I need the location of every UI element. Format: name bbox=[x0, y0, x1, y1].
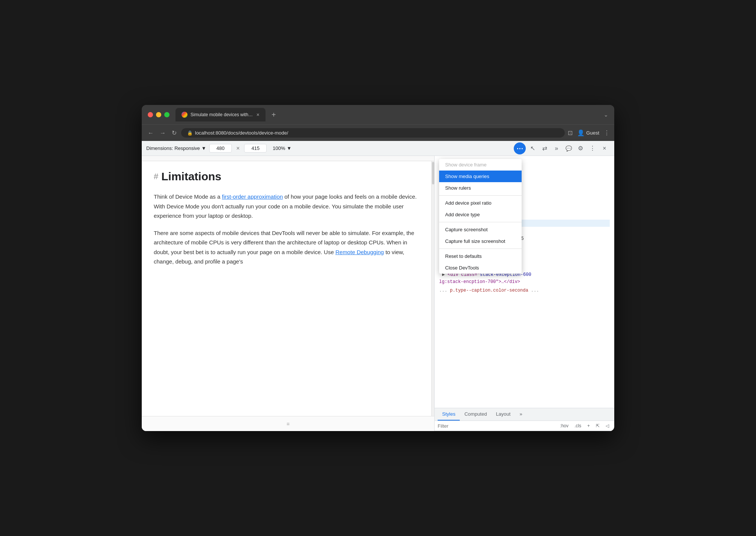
dimensions-arrow: ▼ bbox=[201, 145, 206, 151]
close-window-button[interactable] bbox=[148, 112, 153, 117]
page-title: Limitations bbox=[161, 170, 221, 183]
html-line: lg:stack-encption-700">…</div> bbox=[439, 278, 610, 286]
html-line: ... p.type--caption.color-seconda ... bbox=[439, 287, 610, 294]
zoom-label: 100% bbox=[273, 145, 285, 151]
url-text: localhost:8080/docs/devtools/device-mode… bbox=[195, 130, 288, 136]
menu-item-add-device-type[interactable]: Add device type bbox=[439, 209, 522, 220]
first-order-approximation-link[interactable]: first-order approximation bbox=[222, 193, 283, 200]
menu-item-show-rulers[interactable]: Show rulers bbox=[439, 182, 522, 194]
class-filter-button[interactable]: .cls bbox=[572, 422, 584, 429]
active-tab[interactable]: Simulate mobile devices with D… × bbox=[176, 108, 266, 121]
menu-item-reset-to-defaults[interactable]: Reset to defaults bbox=[439, 250, 522, 262]
menu-item-show-device-frame: Show device frame bbox=[439, 159, 522, 171]
remote-debugging-link[interactable]: Remote Debugging bbox=[335, 249, 384, 255]
more-tools-button[interactable]: » bbox=[551, 143, 562, 154]
tab-more[interactable]: » bbox=[515, 408, 526, 421]
tab-styles[interactable]: Styles bbox=[438, 408, 460, 421]
content-area: # Limitations Think of Device Mode as a … bbox=[142, 156, 614, 431]
html-code: ... bbox=[528, 288, 539, 293]
page-content: # Limitations Think of Device Mode as a … bbox=[142, 156, 434, 431]
settings-button[interactable]: ⚙ bbox=[575, 143, 586, 154]
devtools-panel: -flex justify-co -full"> flex tack measu… bbox=[434, 156, 614, 431]
tab-switcher-icon[interactable]: ⊡ bbox=[568, 129, 573, 136]
menu-divider bbox=[439, 249, 522, 249]
page-scrollbar[interactable] bbox=[431, 161, 434, 416]
inspect-element-button[interactable]: ↖ bbox=[527, 143, 538, 154]
add-style-button[interactable]: + bbox=[585, 422, 592, 429]
maximize-window-button[interactable] bbox=[164, 112, 170, 117]
address-bar: ← → ↻ 🔒 localhost:8080/docs/devtools/dev… bbox=[142, 124, 614, 141]
minimize-window-button[interactable] bbox=[156, 112, 161, 117]
tab-menu-button[interactable]: ⌄ bbox=[604, 112, 608, 118]
menu-item-add-device-pixel-ratio[interactable]: Add device pixel ratio bbox=[439, 197, 522, 209]
styles-filter-bar: :hov .cls + ⇱ ◁ bbox=[435, 421, 614, 431]
zoom-selector[interactable]: 100% ▼ bbox=[273, 145, 291, 151]
heading-hash: # bbox=[154, 172, 158, 181]
close-devtools-button[interactable]: × bbox=[599, 143, 610, 154]
hover-filter-button[interactable]: :hov bbox=[558, 422, 571, 429]
menu-item-show-media-queries[interactable]: Show media queries bbox=[439, 171, 522, 182]
more-options-button[interactable]: ⋯ bbox=[514, 142, 526, 154]
width-input[interactable] bbox=[209, 144, 232, 153]
tab-bar: Simulate mobile devices with D… × + ⌄ bbox=[176, 108, 608, 121]
zoom-arrow: ▼ bbox=[287, 145, 292, 151]
traffic-lights bbox=[148, 112, 170, 117]
menu-item-capture-full-size-screenshot[interactable]: Capture full size screenshot bbox=[439, 235, 522, 247]
page-heading: # Limitations bbox=[154, 170, 422, 183]
styles-tabs: Styles Computed Layout » bbox=[435, 408, 614, 421]
dimensions-label: Dimensions: Responsive bbox=[146, 145, 200, 151]
back-button[interactable]: ← bbox=[146, 128, 155, 138]
context-menu[interactable]: Show device frameShow media queriesShow … bbox=[439, 159, 522, 274]
page-paragraph-2: There are some aspects of mobile devices… bbox=[154, 228, 422, 267]
styles-panel: Styles Computed Layout » bbox=[435, 408, 614, 431]
html-code: ... bbox=[439, 288, 450, 293]
menu-item-capture-screenshot[interactable]: Capture screenshot bbox=[439, 224, 522, 235]
html-code: p.type--caption.color-seconda bbox=[450, 288, 528, 293]
menu-item-close-devtools[interactable]: Close DevTools bbox=[439, 262, 522, 274]
console-panel-button[interactable]: 💬 bbox=[563, 143, 574, 154]
toggle-icon-1[interactable]: ⇱ bbox=[594, 422, 602, 429]
height-input[interactable] bbox=[244, 144, 267, 153]
menu-divider bbox=[439, 222, 522, 222]
lock-icon: 🔒 bbox=[187, 130, 193, 136]
devtools-toolbar-icons: ⋯ ↖ ⇄ » 💬 ⚙ ⋮ × bbox=[514, 142, 610, 154]
styles-filter-input[interactable] bbox=[438, 423, 555, 429]
forward-button[interactable]: → bbox=[158, 128, 167, 138]
browser-toolbar-icons: ⊡ 👤 Guest ⋮ bbox=[568, 129, 610, 136]
drag-handle-icon: ≡ bbox=[286, 421, 290, 427]
tab-favicon-icon bbox=[182, 112, 188, 118]
profile-label: Guest bbox=[586, 130, 599, 136]
title-bar: Simulate mobile devices with D… × + ⌄ bbox=[142, 105, 614, 124]
new-tab-button[interactable]: + bbox=[268, 109, 279, 121]
filter-buttons: :hov .cls + ⇱ ◁ bbox=[558, 422, 611, 429]
html-code: lg:stack-encption-700">…</div> bbox=[439, 279, 520, 284]
tab-title: Simulate mobile devices with D… bbox=[190, 112, 254, 117]
address-input[interactable]: 🔒 localhost:8080/docs/devtools/device-mo… bbox=[181, 128, 565, 138]
page-paragraph-1: Think of Device Mode as a first-order ap… bbox=[154, 192, 422, 221]
devtools-kebab-menu[interactable]: ⋮ bbox=[587, 143, 598, 154]
profile-icon[interactable]: 👤 Guest bbox=[577, 129, 599, 136]
device-toolbar-button[interactable]: ⇄ bbox=[539, 143, 550, 154]
tab-close-button[interactable]: × bbox=[256, 112, 260, 118]
devtools-toolbar: Dimensions: Responsive ▼ × 100% ▼ ⋯ ↖ ⇄ … bbox=[142, 141, 614, 156]
tab-layout[interactable]: Layout bbox=[491, 408, 515, 421]
browser-menu-icon[interactable]: ⋮ bbox=[604, 129, 610, 136]
dimensions-selector[interactable]: Dimensions: Responsive ▼ bbox=[146, 145, 206, 151]
browser-window: Simulate mobile devices with D… × + ⌄ ← … bbox=[142, 105, 614, 431]
page-body: # Limitations Think of Device Mode as a … bbox=[142, 161, 434, 416]
tab-computed[interactable]: Computed bbox=[460, 408, 491, 421]
scrollbar-thumb[interactable] bbox=[432, 162, 434, 184]
page-footer-bar: ≡ bbox=[142, 416, 434, 431]
dimension-separator: × bbox=[236, 145, 240, 152]
ruler-bar bbox=[142, 156, 434, 161]
reload-button[interactable]: ↻ bbox=[170, 128, 178, 138]
menu-divider bbox=[439, 195, 522, 196]
toggle-icon-2[interactable]: ◁ bbox=[603, 422, 611, 429]
